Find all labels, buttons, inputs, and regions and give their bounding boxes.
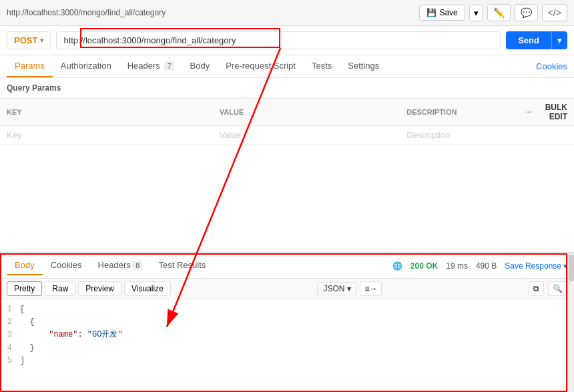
wrap-button[interactable]: ≡→ xyxy=(360,281,382,296)
method-chevron-icon: ▾ xyxy=(40,37,43,44)
code-btn-preview[interactable]: Preview xyxy=(78,281,121,296)
response-size: 490 B xyxy=(476,261,497,271)
line-content-5: ] xyxy=(20,355,25,367)
col-header-value: VALUE xyxy=(213,99,400,126)
resp-tab-test-results[interactable]: Test Results xyxy=(150,256,214,275)
headers-count-badge: 8 xyxy=(133,261,142,270)
save-response-label: Save Response xyxy=(505,261,561,271)
method-label: POST xyxy=(14,35,37,45)
table-row: Key Value Description xyxy=(0,126,574,145)
tab-body[interactable]: Body xyxy=(182,55,218,77)
chevron-down-icon: ▾ xyxy=(474,8,479,18)
search-button[interactable]: 🔍 xyxy=(548,281,567,296)
cookies-link[interactable]: Cookies xyxy=(536,56,567,77)
col-header-actions: ··· xyxy=(511,99,539,126)
scrollbar[interactable] xyxy=(567,253,574,392)
line-content-1: [ xyxy=(20,303,25,316)
headers-badge: 7 xyxy=(164,61,174,71)
format-select[interactable]: JSON ▾ xyxy=(317,282,357,295)
code-toolbar: Pretty Raw Preview Visualize JSON ▾ ≡→ ⧉… xyxy=(0,279,574,299)
response-status-group: 🌐 200 OK 19 ms 490 B Save Response ▾ xyxy=(392,261,567,271)
save-response-button[interactable]: Save Response ▾ xyxy=(505,261,567,271)
send-dropdown-button[interactable]: ▾ xyxy=(551,31,567,49)
query-params-section: Query Params KEY VALUE DESCRIPTION ··· B… xyxy=(0,78,574,145)
save-button[interactable]: 💾 Save xyxy=(419,5,465,21)
pencil-button[interactable]: ✏️ xyxy=(487,4,511,21)
save-dropdown-button[interactable]: ▾ xyxy=(469,5,483,21)
col-header-description: DESCRIPTION xyxy=(400,99,511,126)
code-area: 1 [ 2 { 3 "name": "GO开发" 4 } 5 ] xyxy=(0,299,574,386)
url-input-wrapper xyxy=(56,31,501,49)
bulk-edit-label[interactable]: Bulk Edit xyxy=(539,99,574,126)
line-num-2: 2 xyxy=(0,316,20,329)
scrollbar-thumb[interactable] xyxy=(569,255,574,281)
comment-button[interactable]: 💬 xyxy=(515,4,538,21)
status-ok: 200 OK xyxy=(410,261,438,271)
line-num-3: 3 xyxy=(0,329,20,341)
send-button-group: Send ▾ xyxy=(506,31,567,49)
response-tabs-bar: Body Cookies Headers 8 Test Results 🌐 20… xyxy=(0,253,574,279)
line-num-5: 5 xyxy=(0,355,20,367)
top-bar-actions: 💾 Save ▾ ✏️ 💬 </> xyxy=(419,4,567,21)
response-area: Body Cookies Headers 8 Test Results 🌐 20… xyxy=(0,252,574,392)
top-bar: http://localhost:3000/mongo/find_all/cat… xyxy=(0,0,574,26)
copy-button[interactable]: ⧉ xyxy=(529,281,544,296)
request-bar: POST ▾ Send ▾ xyxy=(0,26,574,55)
tab-params[interactable]: Params xyxy=(7,55,53,77)
save-disk-icon: 💾 xyxy=(426,8,437,17)
globe-icon: 🌐 xyxy=(392,261,402,271)
query-params-label: Query Params xyxy=(0,78,574,98)
send-chevron-icon: ▾ xyxy=(557,35,562,45)
format-chevron-icon: ▾ xyxy=(347,284,351,293)
key-cell[interactable]: Key xyxy=(0,126,213,145)
url-input[interactable] xyxy=(56,31,501,49)
tab-pre-request-script[interactable]: Pre-request Script xyxy=(218,55,304,77)
line-content-2: { xyxy=(20,316,35,329)
tab-headers[interactable]: Headers 7 xyxy=(119,55,182,77)
line-num-1: 1 xyxy=(0,303,20,316)
line-content-4: } xyxy=(20,342,35,355)
save-label: Save xyxy=(439,8,457,17)
code-line-2: 2 { xyxy=(0,316,574,329)
resp-tab-cookies[interactable]: Cookies xyxy=(43,256,90,275)
line-content-3: "name": "GO开发" xyxy=(20,329,123,341)
resp-tab-body[interactable]: Body xyxy=(7,256,43,275)
method-select[interactable]: POST ▾ xyxy=(7,31,51,49)
code-line-4: 4 } xyxy=(0,342,574,355)
col-header-key: KEY xyxy=(0,99,213,126)
description-cell[interactable]: Description xyxy=(400,126,511,145)
code-line-3: 3 "name": "GO开发" xyxy=(0,329,574,341)
send-button[interactable]: Send xyxy=(506,31,551,49)
code-btn-raw[interactable]: Raw xyxy=(45,281,75,296)
tab-settings[interactable]: Settings xyxy=(340,55,387,77)
response-time: 19 ms xyxy=(446,261,468,271)
resp-tab-headers[interactable]: Headers 8 xyxy=(90,256,151,275)
code-slash-button[interactable]: </> xyxy=(542,4,567,21)
params-table: KEY VALUE DESCRIPTION ··· Bulk Edit Key … xyxy=(0,98,574,145)
tab-tests[interactable]: Tests xyxy=(304,55,340,77)
format-label: JSON xyxy=(323,284,344,293)
code-line-1: 1 [ xyxy=(0,303,574,316)
code-btn-visualize[interactable]: Visualize xyxy=(124,281,171,296)
code-btn-pretty[interactable]: Pretty xyxy=(7,281,42,296)
value-cell[interactable]: Value xyxy=(213,126,400,145)
window-url: http://localhost:3000/mongo/find_all/cat… xyxy=(7,8,414,17)
line-num-4: 4 xyxy=(0,342,20,355)
request-tabs-row: Params Authorization Headers 7 Body Pre-… xyxy=(0,55,574,78)
tab-authorization[interactable]: Authorization xyxy=(53,55,119,77)
code-line-5: 5 ] xyxy=(0,355,574,367)
